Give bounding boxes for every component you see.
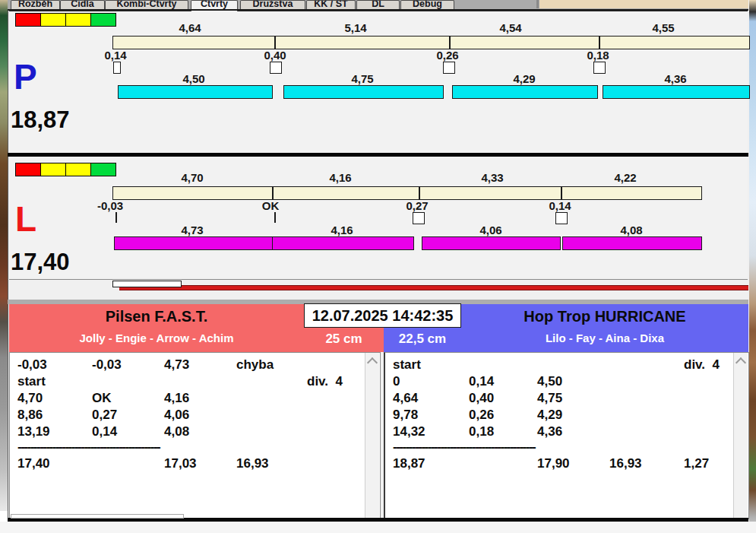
segment-bar-l xyxy=(112,186,702,200)
clock-text: 12.07.2025 14:42:35 xyxy=(305,304,460,327)
p-change-time: 0,40 xyxy=(264,49,286,62)
result-cell: 0,40 xyxy=(469,391,494,406)
traffic-light-l xyxy=(15,163,116,176)
traffic-light-cell xyxy=(65,163,91,176)
team-right-height-box: 22,5 cm xyxy=(384,328,461,352)
p-segment-time: 4,54 xyxy=(499,21,521,34)
segment-bar-tick xyxy=(419,187,420,199)
result-cell: 14,32 xyxy=(393,424,425,439)
change-marker-box xyxy=(443,62,455,74)
segment-bar-tick xyxy=(599,36,600,49)
team-right-dogs: Lilo - Fay - Aina - Dixa xyxy=(461,332,748,344)
clock-box: 12.07.2025 14:42:35 xyxy=(304,303,461,328)
traffic-light-cell xyxy=(15,13,41,27)
result-cell: 0 xyxy=(393,374,400,389)
result-total: 16,93 xyxy=(236,456,269,471)
traffic-light-cell xyxy=(90,13,116,27)
l-dog-bar xyxy=(272,236,414,250)
result-cell: 4,36 xyxy=(537,424,562,439)
result-cell: 13,19 xyxy=(17,424,50,439)
result-cell: -0,03 xyxy=(17,357,47,373)
tab-label: KK / ST xyxy=(314,0,347,9)
l-dog-bar xyxy=(562,236,702,250)
result-cell: -0,03 xyxy=(92,357,122,373)
result-cell: 4,75 xyxy=(537,391,562,406)
result-cell: chyba xyxy=(236,357,274,373)
lane-letter-l: L xyxy=(15,201,36,236)
results-scrollbar[interactable] xyxy=(365,353,379,518)
result-total: 18,87 xyxy=(393,456,425,471)
desktop-strip-right xyxy=(748,0,756,533)
l-dog-bar xyxy=(422,236,561,250)
result-cell: start xyxy=(393,357,421,373)
desktop-strip-left xyxy=(0,0,8,511)
l-dog-time: 4,06 xyxy=(479,224,501,236)
screen: RozběhČidlaKombi-ČtvrtyČtvrtyDružstvaKK … xyxy=(0,0,756,533)
tab-label: Čidla xyxy=(71,0,94,9)
panel-p: 4,645,144,544,550,140,400,260,184,504,75… xyxy=(9,11,748,154)
result-cell: 0,27 xyxy=(92,408,117,423)
result-cell: 9,78 xyxy=(393,408,418,423)
result-cell: 4,64 xyxy=(393,391,418,406)
lane-total-l: 17,40 xyxy=(11,249,70,275)
l-dog-bar xyxy=(114,236,273,250)
team-right-name: Hop Trop HURRICANE xyxy=(461,308,748,325)
segment-bar-tick xyxy=(274,36,276,49)
result-cell: 4,16 xyxy=(164,391,189,406)
traffic-light-cell xyxy=(40,163,66,176)
lane-letter-p: P xyxy=(14,59,37,94)
l-dog-time: 4,73 xyxy=(181,224,203,236)
p-change-time: 0,18 xyxy=(587,49,609,62)
p-segment-time: 4,64 xyxy=(179,21,201,34)
traffic-light-p xyxy=(15,13,116,27)
scroll-up-icon[interactable] xyxy=(735,357,746,368)
scroll-up-icon[interactable] xyxy=(367,357,378,368)
tab-label: Čtvrty xyxy=(201,0,228,9)
team-left-height-box: 25 cm xyxy=(304,328,384,352)
team-left-header: Pilsen F.A.S.T. Jolly - Engie - Arrow - … xyxy=(9,304,304,352)
p-dog-time: 4,50 xyxy=(182,72,204,85)
results-table-right: startdiv. 400,144,504,640,404,759,780,26… xyxy=(384,352,749,519)
result-cell: 4,08 xyxy=(164,424,189,439)
result-total: 17,40 xyxy=(17,456,50,471)
p-dog-time: 4,75 xyxy=(351,72,373,85)
tab-label: Rozběh xyxy=(18,0,52,9)
p-dog-bar xyxy=(452,85,598,99)
result-cell: div. 4 xyxy=(684,357,720,373)
tab-label: Družstva xyxy=(253,0,293,9)
panel-separator xyxy=(8,153,748,157)
l-change-time: 0,14 xyxy=(549,199,571,212)
lane-total-p: 18,87 xyxy=(11,107,70,133)
p-dog-bar xyxy=(118,85,273,99)
tab-label: Kombi-Čtvrty xyxy=(116,0,176,9)
results-scrollbar[interactable] xyxy=(733,353,748,518)
l-segment-time: 4,33 xyxy=(481,171,503,184)
result-cell: 8,86 xyxy=(17,408,43,423)
result-cell: div. 4 xyxy=(307,374,343,389)
team-right-height: 22,5 cm xyxy=(384,328,461,351)
result-total: 16,93 xyxy=(609,456,642,471)
p-dog-bar xyxy=(283,85,444,99)
result-cell: OK xyxy=(92,391,112,406)
result-total: 17,90 xyxy=(537,456,570,471)
tab-bar-divider xyxy=(536,0,539,8)
timer-progress-white xyxy=(112,281,182,287)
l-change-time: OK xyxy=(262,199,280,212)
traffic-light-cell xyxy=(90,163,116,176)
change-marker-box xyxy=(113,62,121,74)
team-right-header: Hop Trop HURRICANE Lilo - Fay - Aina - D… xyxy=(461,304,748,352)
change-marker-tick xyxy=(115,212,117,223)
change-marker-tick xyxy=(274,212,276,223)
traffic-light-cell xyxy=(40,13,66,27)
window-top-border xyxy=(8,9,748,11)
result-divider: ----------------------------------------… xyxy=(17,439,160,455)
p-dog-bar xyxy=(603,85,750,99)
p-segment-time: 4,55 xyxy=(652,21,674,34)
p-change-time: 0,14 xyxy=(104,49,126,62)
bottom-scroll-sliver xyxy=(11,514,184,519)
l-dog-time: 4,08 xyxy=(620,224,642,236)
segment-bar-tick xyxy=(561,187,562,199)
tab-label: DL xyxy=(372,0,384,9)
result-divider: ----------------------------------------… xyxy=(393,439,535,455)
l-change-time: 0,27 xyxy=(406,199,428,212)
